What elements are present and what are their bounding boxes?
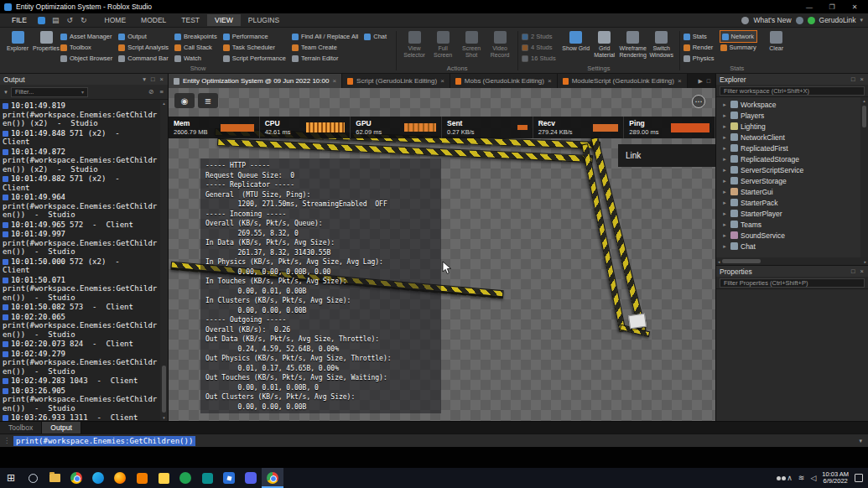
- output-line[interactable]: 10:01:49.872print(#workspace.Enemies:Get…: [3, 148, 158, 174]
- explorer-item[interactable]: ▸ StarterGui: [721, 186, 860, 197]
- explorer-item[interactable]: ▸ ReplicatedStorage: [721, 153, 860, 164]
- ribbon-toggle[interactable]: Script Analysis: [118, 42, 169, 53]
- chevron-right-icon[interactable]: ▸: [721, 200, 728, 206]
- ribbon-big-button[interactable]: Properties: [32, 29, 60, 64]
- script-overlay-button[interactable]: ≣: [198, 93, 218, 108]
- output-line[interactable]: 10:02:20.073824 - Client: [3, 340, 158, 349]
- firefox-button[interactable]: [109, 468, 131, 488]
- ribbon-big-button[interactable]: View Selector: [400, 29, 429, 64]
- dock-options-icon[interactable]: ▾: [142, 75, 147, 83]
- save-icon[interactable]: ▤: [49, 16, 62, 24]
- output-line[interactable]: 10:02:20.065print(#workspace.Enemies:Get…: [3, 313, 158, 340]
- command-history-dropdown-icon[interactable]: ▾: [859, 438, 865, 444]
- perf-stat[interactable]: CPU 42.61 ms: [260, 117, 351, 138]
- ribbon-big-button[interactable]: Explorer: [3, 29, 32, 64]
- account-dropdown-icon[interactable]: ▾: [860, 17, 863, 23]
- output-line[interactable]: 10:03:26.905print(#workspace.Enemies:Get…: [3, 387, 158, 413]
- output-line[interactable]: 10:01:50.082573 - Client: [3, 303, 158, 312]
- speaker-icon[interactable]: ◁: [810, 474, 816, 482]
- teal-app-button[interactable]: [196, 468, 218, 488]
- output-line[interactable]: 10:01:49.819print(#workspace.Enemies:Get…: [3, 101, 158, 128]
- whats-new-link[interactable]: What's New: [753, 16, 791, 24]
- close-panel-icon[interactable]: ×: [159, 75, 164, 83]
- menu-tab[interactable]: PLUGINS: [241, 14, 287, 26]
- ribbon-big-button[interactable]: Video Record: [486, 29, 514, 64]
- explorer-item[interactable]: ▸ ReplicatedFirst: [721, 143, 860, 153]
- output-line[interactable]: 10:01:49.848571 (x2) - Client: [3, 129, 158, 147]
- explorer-item[interactable]: ▸ Players: [721, 110, 860, 121]
- ribbon-toggle[interactable]: Chat: [364, 31, 387, 42]
- output-menu-icon[interactable]: ≡: [159, 88, 164, 96]
- account-name[interactable]: GerudoLink: [819, 16, 856, 24]
- stud-option[interactable]: 4 Studs: [522, 42, 556, 53]
- perf-stat[interactable]: Sent 0.27 KB/s: [442, 117, 533, 138]
- close-panel-icon[interactable]: ×: [860, 267, 865, 275]
- output-line[interactable]: 10:01:49.965572 - Client: [3, 221, 158, 230]
- float-panel-icon[interactable]: □: [850, 267, 856, 275]
- panel-tab[interactable]: Toolbox: [0, 422, 42, 433]
- chrome-button[interactable]: [65, 468, 87, 488]
- system-menu-icon[interactable]: [38, 17, 45, 24]
- menu-tab[interactable]: TEST: [174, 14, 207, 26]
- stats-toggle[interactable]: Network: [720, 31, 756, 42]
- document-tab[interactable]: ModuleScript (GerudoLink Editing) ×: [558, 74, 688, 88]
- explorer-item[interactable]: ▸ Lighting: [721, 121, 860, 132]
- ribbon-toggle[interactable]: Object Browser: [60, 53, 112, 64]
- output-filter-dropdown[interactable]: Filter... ▾: [11, 87, 88, 97]
- ribbon-big-button[interactable]: Grid Material: [590, 29, 619, 64]
- output-line[interactable]: 10:01:50.071print(#workspace.Enemies:Get…: [3, 276, 158, 303]
- gerudolink-plugin-window[interactable]: Link: [618, 144, 715, 167]
- chevron-right-icon[interactable]: ▸: [721, 167, 728, 174]
- scroll-up-icon[interactable]: ▴: [163, 100, 165, 106]
- connection-icon[interactable]: [796, 17, 803, 24]
- taskbar-clock[interactable]: 10:03 AM 6/9/2022: [822, 471, 849, 485]
- stud-option[interactable]: 2 Studs: [522, 31, 556, 42]
- command-input[interactable]: print(#workspace.Enemies:GetChildren()): [13, 436, 195, 446]
- properties-filter-input[interactable]: Filter Properties (Ctrl+Shift+P): [720, 278, 865, 288]
- undo-icon[interactable]: ↺: [64, 16, 75, 24]
- tab-scroll-right-icon[interactable]: ▶: [698, 78, 702, 85]
- scroll-up-icon[interactable]: ▴: [863, 97, 865, 104]
- explorer-item[interactable]: ▸ SoundService: [721, 230, 860, 241]
- chevron-right-icon[interactable]: ▸: [721, 156, 728, 163]
- explorer-item[interactable]: ▸ StarterPlayer: [721, 208, 860, 219]
- stats-toggle[interactable]: Summary: [720, 42, 756, 53]
- file-explorer-button[interactable]: [44, 468, 65, 488]
- scrollbar-thumb[interactable]: [862, 106, 866, 127]
- start-button[interactable]: ⊞: [0, 468, 22, 488]
- explorer-item[interactable]: ▸ StarterPack: [721, 197, 860, 208]
- document-tab[interactable]: Entity Optimization System @ 09 Jun 2022…: [169, 74, 342, 88]
- chrome-active-button[interactable]: [262, 468, 283, 488]
- output-line[interactable]: 10:01:49.882571 (x2) - Client: [3, 174, 158, 192]
- camera-mode-button[interactable]: ◉: [174, 93, 195, 108]
- roblox-studio-button[interactable]: [218, 468, 240, 488]
- ribbon-big-button[interactable]: Show Grid: [562, 29, 590, 64]
- file-menu[interactable]: FILE: [5, 14, 34, 26]
- perf-stat[interactable]: Ping 289.00 ms: [624, 117, 715, 138]
- notes-app-button[interactable]: [153, 468, 174, 488]
- show-hidden-icons-icon[interactable]: ∧: [787, 474, 793, 482]
- document-tab[interactable]: Mobs (GerudoLink Editing) ×: [450, 74, 558, 88]
- close-tab-icon[interactable]: ×: [332, 77, 336, 85]
- chevron-right-icon[interactable]: ▸: [721, 232, 728, 239]
- menu-tab[interactable]: HOME: [97, 14, 134, 26]
- ribbon-toggle[interactable]: Team Create: [292, 42, 358, 53]
- chevron-right-icon[interactable]: ▸: [721, 243, 728, 250]
- chevron-right-icon[interactable]: ▸: [721, 112, 728, 119]
- perf-stat[interactable]: GPU 62.09 ms: [351, 117, 442, 138]
- discord-button[interactable]: [240, 468, 262, 488]
- game-viewport[interactable]: ◉ ≣ ⋯ Mem 2606.79 MB: [169, 88, 715, 421]
- chevron-right-icon[interactable]: ▸: [721, 134, 728, 141]
- ribbon-toggle[interactable]: Command Bar: [118, 53, 169, 64]
- float-panel-icon[interactable]: □: [150, 75, 156, 83]
- output-line[interactable]: 10:02:49.2831043 - Client: [3, 376, 158, 386]
- close-tab-icon[interactable]: ×: [548, 77, 552, 85]
- float-window-icon[interactable]: □: [707, 78, 710, 84]
- output-line[interactable]: 10:02:49.279print(#workspace.Enemies:Get…: [3, 350, 158, 376]
- explorer-scrollbar[interactable]: ▴: [860, 97, 868, 257]
- panel-tab[interactable]: Output: [42, 422, 81, 433]
- close-panel-icon[interactable]: ×: [860, 75, 865, 83]
- stud-option[interactable]: 16 Studs: [522, 53, 556, 64]
- minimize-button[interactable]: —: [800, 3, 819, 11]
- scroll-left-icon[interactable]: ◂: [718, 259, 720, 264]
